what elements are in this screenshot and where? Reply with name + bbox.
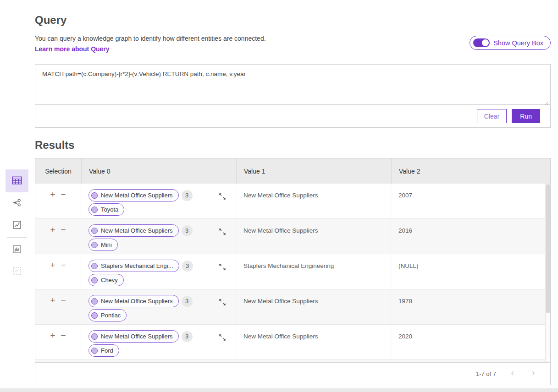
sidebar-item-map-view[interactable] bbox=[6, 239, 28, 261]
link-chart-icon bbox=[13, 198, 22, 208]
clear-button[interactable]: Clear bbox=[477, 109, 507, 123]
chevron-left-icon bbox=[509, 371, 516, 378]
remove-from-selection-button[interactable]: − bbox=[61, 332, 66, 340]
entity-pill[interactable]: Ford bbox=[88, 344, 119, 357]
expand-icon bbox=[219, 230, 226, 237]
value1-text: New Metal Office Suppliers bbox=[243, 298, 318, 305]
value0-cell: Staplers Mechanical Engi... 3 Chevy bbox=[81, 254, 236, 292]
expand-row-button[interactable] bbox=[218, 263, 227, 272]
entity-pill[interactable]: New Metal Office Suppliers bbox=[88, 295, 179, 307]
entity-pill-label: New Metal Office Suppliers bbox=[101, 192, 173, 199]
remove-from-selection-button[interactable]: − bbox=[61, 296, 66, 305]
entity-pill[interactable]: New Metal Office Suppliers bbox=[88, 330, 179, 343]
map-icon bbox=[13, 245, 21, 255]
entity-pill[interactable]: New Metal Office Suppliers bbox=[88, 189, 179, 201]
page-bottom-strip bbox=[0, 388, 558, 392]
entity-pill[interactable]: Toyota bbox=[88, 203, 124, 216]
expand-icon bbox=[219, 195, 226, 201]
entity-node-icon bbox=[91, 333, 98, 340]
expand-row-button[interactable] bbox=[218, 299, 227, 307]
value1-cell: New Metal Office Suppliers bbox=[236, 219, 391, 256]
add-to-selection-button[interactable]: + bbox=[50, 191, 55, 199]
value1-text: New Metal Office Suppliers bbox=[243, 192, 318, 199]
selection-cell: + − bbox=[35, 184, 81, 221]
query-input[interactable]: MATCH path=(c:Company)-[r*2]-(v:Vehicle)… bbox=[35, 65, 550, 105]
remove-from-selection-button[interactable]: − bbox=[61, 226, 66, 234]
sidebar-item-selection-view[interactable] bbox=[6, 261, 28, 283]
entity-pill-label: New Metal Office Suppliers bbox=[101, 298, 173, 305]
sidebar-item-chart-view[interactable] bbox=[6, 214, 28, 236]
value0-cell: New Metal Office Suppliers 3 Toyota bbox=[81, 184, 236, 221]
value2-text: 2007 bbox=[398, 192, 412, 199]
expand-row-button[interactable] bbox=[218, 228, 227, 236]
value2-cell: (NULL) bbox=[391, 254, 550, 292]
entity-pill-label: New Metal Office Suppliers bbox=[101, 333, 173, 340]
table-header: Selection Value 0 Value 1 Value 2 bbox=[35, 158, 550, 184]
table-row: + − New Metal Office Suppliers 3 Mini bbox=[35, 219, 550, 254]
value2-text: 2020 bbox=[398, 333, 412, 340]
column-header-selection: Selection bbox=[35, 158, 81, 184]
remove-from-selection-button[interactable]: − bbox=[61, 261, 66, 269]
entity-node-icon bbox=[91, 277, 98, 283]
entity-node-icon bbox=[91, 242, 98, 248]
pagination-range: 1-7 of 7 bbox=[476, 370, 496, 377]
add-to-selection-button[interactable]: + bbox=[50, 261, 55, 269]
run-button[interactable]: Run bbox=[512, 109, 540, 123]
entity-pill-label: Toyota bbox=[101, 206, 118, 213]
table-row: + − New Metal Office Suppliers 3 Ford bbox=[35, 325, 550, 360]
path-count-badge: 3 bbox=[182, 296, 193, 307]
path-count-badge: 3 bbox=[182, 190, 193, 201]
learn-more-link[interactable]: Learn more about Query bbox=[35, 45, 110, 53]
table-footer: 1-7 of 7 bbox=[35, 362, 550, 385]
value0-cell: New Metal Office Suppliers 3 Ford bbox=[81, 325, 236, 362]
value2-text: (NULL) bbox=[398, 262, 419, 269]
entity-pill[interactable]: Pontiac bbox=[88, 309, 127, 321]
value1-cell: Staplers Mechanical Engineering bbox=[236, 254, 391, 292]
table-row: + − New Metal Office Suppliers 3 Toyota bbox=[35, 184, 550, 219]
results-table: Selection Value 0 Value 1 Value 2 + − Ne… bbox=[35, 158, 551, 385]
table-scrollbar bbox=[545, 184, 550, 362]
expand-row-button[interactable] bbox=[218, 193, 227, 201]
expand-row-button[interactable] bbox=[218, 334, 227, 342]
value2-cell: 1978 bbox=[391, 289, 550, 327]
entity-pill[interactable]: Staplers Mechanical Engi... bbox=[88, 260, 179, 272]
results-title: Results bbox=[35, 139, 75, 152]
sidebar-divider bbox=[7, 237, 27, 238]
value2-cell: 2020 bbox=[391, 325, 550, 362]
value1-cell: New Metal Office Suppliers bbox=[236, 289, 391, 327]
entity-pill-label: Ford bbox=[101, 347, 113, 354]
column-header-value1: Value 1 bbox=[236, 158, 391, 184]
show-query-box-toggle[interactable]: Show Query Box bbox=[470, 36, 551, 50]
add-to-selection-button[interactable]: + bbox=[50, 226, 55, 234]
scrollbar-thumb[interactable] bbox=[546, 184, 550, 313]
add-to-selection-button[interactable]: + bbox=[50, 296, 55, 305]
column-header-value2: Value 2 bbox=[391, 158, 550, 184]
entity-node-icon bbox=[91, 263, 98, 269]
entity-pill[interactable]: Chevy bbox=[88, 274, 124, 286]
entity-pill-label: Chevy bbox=[101, 277, 118, 283]
selection-cell: + − bbox=[35, 219, 81, 256]
entity-node-icon bbox=[91, 192, 98, 199]
entity-node-icon bbox=[91, 348, 98, 354]
query-page: Query You can query a knowledge graph to… bbox=[0, 0, 558, 392]
expand-icon bbox=[219, 300, 226, 307]
next-page-button[interactable] bbox=[529, 370, 537, 378]
add-to-selection-button[interactable]: + bbox=[50, 332, 55, 340]
entity-node-icon bbox=[91, 228, 98, 234]
path-count-badge: 3 bbox=[182, 331, 193, 342]
selection-cell: + − bbox=[35, 325, 81, 362]
main-content: Query You can query a knowledge graph to… bbox=[35, 0, 551, 392]
expand-icon bbox=[219, 336, 226, 343]
entity-pill[interactable]: New Metal Office Suppliers bbox=[88, 224, 179, 237]
toggle-label: Show Query Box bbox=[493, 39, 543, 47]
view-sidebar bbox=[6, 169, 28, 283]
value2-text: 1978 bbox=[398, 298, 412, 305]
chart-icon bbox=[13, 221, 21, 230]
sidebar-item-table-view[interactable] bbox=[6, 169, 28, 192]
remove-from-selection-button[interactable]: − bbox=[61, 191, 66, 199]
page-title: Query bbox=[35, 14, 66, 27]
sidebar-item-link-chart-view[interactable] bbox=[6, 192, 28, 214]
selection-cell: + − bbox=[35, 254, 81, 292]
entity-pill[interactable]: Mini bbox=[88, 239, 118, 251]
previous-page-button[interactable] bbox=[508, 370, 517, 378]
